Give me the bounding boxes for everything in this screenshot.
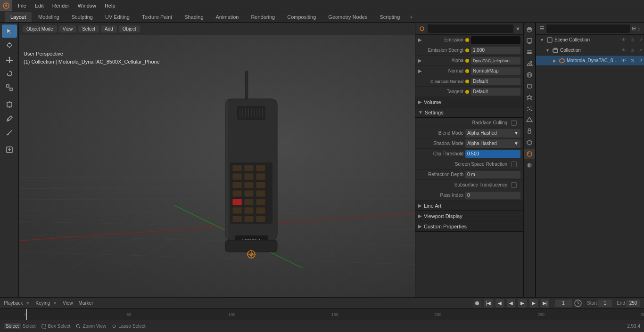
collection-vis-icon[interactable]: ⊙: [629, 48, 636, 53]
material-props-icon[interactable]: [524, 149, 535, 159]
jump-start-button[interactable]: |◀: [484, 299, 493, 308]
menu-render[interactable]: Render: [49, 2, 73, 9]
scale-tool-icon[interactable]: [2, 81, 17, 94]
shading-props-icon[interactable]: [524, 160, 535, 170]
step-forward-button[interactable]: ▶: [529, 299, 538, 308]
normal-dot[interactable]: [465, 69, 469, 73]
object-render-icon[interactable]: 👁: [620, 58, 627, 63]
viewport-select-button[interactable]: Select: [78, 25, 99, 32]
motorola-object-item[interactable]: ▶ Motorola_DynaTAC_850C 👁 ⊙ ↗: [536, 56, 644, 66]
emission-socket-dot[interactable]: [465, 38, 469, 42]
render-props-icon[interactable]: [524, 24, 535, 35]
tab-compositing[interactable]: Compositing: [281, 12, 322, 22]
line-art-section-header[interactable]: ▶ Line Art: [415, 201, 523, 211]
tangent-dot[interactable]: [465, 90, 469, 94]
menu-help[interactable]: Help: [101, 2, 119, 9]
view-layer-props-icon[interactable]: [524, 47, 535, 57]
current-frame-input[interactable]: 1: [555, 300, 572, 307]
add-workspace-button[interactable]: +: [406, 12, 416, 22]
tab-geometry-nodes[interactable]: Geometry Nodes: [322, 12, 373, 22]
select-tool-icon[interactable]: [2, 24, 17, 38]
pass-index-value[interactable]: 0: [465, 192, 520, 199]
record-button[interactable]: [473, 299, 481, 308]
marker-dropdown[interactable]: Marker: [79, 300, 93, 306]
step-back-button[interactable]: ◀: [495, 299, 504, 308]
emission-color-value[interactable]: [471, 36, 520, 44]
collection-item[interactable]: ▼ Collection 👁 ⊙ ↗: [536, 45, 644, 56]
emission-expand-icon[interactable]: ▶: [418, 37, 424, 42]
tab-uv-editing[interactable]: UV Editing: [99, 12, 135, 22]
outliner-filter-icon[interactable]: ⊞: [632, 25, 636, 32]
subsurface-translucency-checkbox[interactable]: [511, 182, 517, 188]
play-reverse-button[interactable]: ◀: [507, 299, 515, 308]
tangent-value[interactable]: Default: [471, 88, 520, 96]
backface-culling-checkbox[interactable]: [511, 120, 517, 126]
tab-scripting[interactable]: Scripting: [374, 12, 405, 22]
collection-render-icon[interactable]: 👁: [620, 48, 627, 53]
end-frame-input[interactable]: 250: [626, 300, 640, 307]
outliner-search-input[interactable]: [546, 24, 630, 33]
outliner-menu-icon[interactable]: ☰: [540, 25, 545, 32]
select-key-label[interactable]: Select: [4, 323, 21, 329]
tab-texture-paint[interactable]: Texture Paint: [136, 12, 178, 22]
playhead[interactable]: [26, 309, 27, 320]
measure-tool-icon[interactable]: [2, 126, 17, 139]
menu-file[interactable]: File: [14, 2, 30, 9]
viewport-view-button[interactable]: View: [59, 25, 77, 32]
modifier-props-icon[interactable]: [524, 92, 535, 103]
viewport-add-button[interactable]: Add: [101, 25, 117, 32]
object-sel-icon[interactable]: ↗: [637, 58, 644, 63]
alpha-dot[interactable]: [465, 59, 469, 63]
emission-strength-value[interactable]: 1.000: [471, 47, 520, 54]
scene-props-icon[interactable]: [524, 58, 535, 69]
clip-threshold-value[interactable]: 0.500: [465, 150, 520, 158]
frame-time-icon[interactable]: [574, 299, 582, 308]
screen-space-refraction-checkbox[interactable]: [511, 162, 517, 167]
playback-dropdown[interactable]: Playback: [4, 300, 23, 306]
tab-animation[interactable]: Animation: [210, 12, 245, 22]
tab-rendering[interactable]: Rendering: [245, 12, 281, 22]
props-filter-icon[interactable]: ▼: [515, 26, 520, 32]
menu-edit[interactable]: Edit: [31, 2, 48, 9]
tab-modeling[interactable]: Modeling: [33, 12, 65, 22]
start-frame-input[interactable]: 1: [598, 300, 612, 307]
collection-sel-icon[interactable]: ↗: [637, 48, 644, 53]
object-mode-button[interactable]: Object Mode: [23, 25, 57, 32]
scene-collection-item[interactable]: ▼ Scene Collection 👁 ⊙ ↗: [536, 35, 644, 45]
clearcoat-normal-dot[interactable]: [465, 80, 469, 83]
object-vis-icon[interactable]: ⊙: [629, 58, 636, 63]
tab-sculpting[interactable]: Sculpting: [66, 12, 99, 22]
viewport-object-button[interactable]: Object: [119, 25, 140, 32]
normal-expand-icon[interactable]: ▶: [418, 68, 424, 73]
play-button[interactable]: ▶: [518, 299, 527, 308]
move-tool-icon[interactable]: [2, 53, 17, 66]
object-props-icon[interactable]: [524, 81, 535, 91]
tab-shading[interactable]: Shading: [179, 12, 209, 22]
alpha-expand-icon[interactable]: ▶: [418, 58, 424, 63]
output-props-icon[interactable]: [524, 36, 535, 46]
timeline-view-dropdown[interactable]: View: [63, 300, 73, 306]
settings-section-header[interactable]: ▼ Settings: [415, 107, 523, 118]
rotate-tool-icon[interactable]: [2, 67, 17, 80]
viewport-display-section-header[interactable]: ▶ Viewport Display: [415, 211, 523, 221]
cursor-tool-icon[interactable]: [2, 39, 17, 52]
shadow-mode-dropdown[interactable]: Alpha Hashed ▼: [465, 139, 520, 148]
scene-collection-vis-icon[interactable]: ⊙: [629, 37, 636, 42]
volume-section-header[interactable]: ▶ Volume: [415, 97, 523, 107]
refraction-depth-value[interactable]: 0 m: [465, 171, 520, 178]
particles-props-icon[interactable]: [524, 104, 535, 114]
annotate-tool-icon[interactable]: [2, 112, 17, 125]
scene-collection-sel-icon[interactable]: ↗: [637, 37, 644, 42]
constraints-props-icon[interactable]: [524, 126, 535, 137]
custom-properties-section-header[interactable]: ▶ Custom Properties: [415, 221, 523, 232]
menu-window[interactable]: Window: [74, 2, 100, 9]
world-props-icon[interactable]: [524, 70, 535, 80]
clearcoat-normal-value[interactable]: Default: [471, 78, 520, 85]
timeline-bar[interactable]: 0 50 100 150 200 250 300: [0, 309, 644, 320]
alpha-value[interactable]: DynaTAC_telephon...: [471, 57, 520, 65]
normal-value[interactable]: Normal/Map: [471, 67, 520, 75]
blend-mode-dropdown[interactable]: Alpha Hashed ▼: [465, 129, 520, 138]
add-object-icon[interactable]: [2, 143, 17, 156]
physics-props-icon[interactable]: [524, 115, 535, 125]
keying-dropdown[interactable]: Keying: [36, 300, 50, 306]
